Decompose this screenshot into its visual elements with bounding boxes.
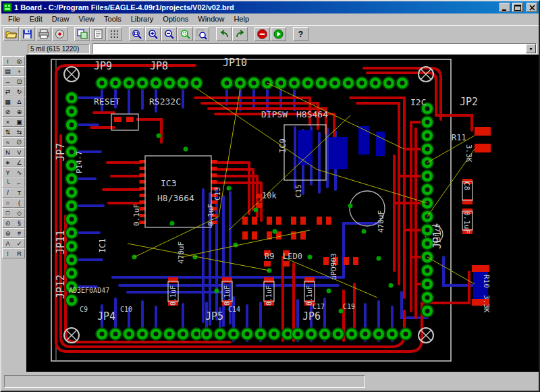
board-canvas[interactable]: JP9 JP8 JP10 RESET RS232C DIPSW H8S464 I…	[26, 55, 539, 372]
printer-icon	[38, 29, 49, 39]
tool-change-button[interactable]: Δ	[14, 96, 25, 107]
tool-hole-button[interactable]: ⊚	[2, 228, 14, 238]
tool-paste-button[interactable]: ⊕	[14, 107, 25, 117]
tool-move-button[interactable]: ↔	[2, 76, 14, 86]
tool-run-button[interactable]: R	[14, 248, 25, 258]
toolbar-separator	[210, 26, 216, 42]
tool-display-button[interactable]: ▤	[2, 66, 14, 76]
grid-button[interactable]	[107, 27, 122, 41]
menu-options[interactable]: Options	[158, 14, 193, 24]
toolbar-separator	[287, 26, 293, 42]
command-dropdown-arrow[interactable]: ▼	[526, 44, 536, 53]
script-button[interactable]	[90, 27, 106, 41]
tool-group-button[interactable]: ▦	[2, 96, 14, 107]
tool-optimize-button[interactable]: ∿	[14, 167, 25, 177]
tool-show-button[interactable]: ◎	[14, 56, 25, 66]
tool-mirror-button[interactable]: ⇄	[2, 86, 14, 96]
undo-icon	[219, 30, 230, 38]
command-input[interactable]	[94, 44, 525, 53]
help-button[interactable]: ?	[293, 27, 308, 41]
tool-cut-button[interactable]: ⊘	[2, 107, 14, 117]
print-button[interactable]	[36, 27, 51, 41]
silkscreen-label: 0.1uF	[207, 204, 215, 226]
close-icon	[529, 5, 535, 11]
save-button[interactable]	[20, 27, 35, 41]
tool-delete-button[interactable]: ×	[2, 117, 14, 127]
tool-copy-button[interactable]: ⊡	[14, 76, 25, 86]
tool-replace-button[interactable]: ≈	[2, 137, 14, 147]
zoom-select-button[interactable]	[194, 27, 209, 41]
tool-ripup-button[interactable]: ⌐	[14, 177, 25, 188]
tool-palette: i ◎ ▤ + ↔ ⊡ ⇄ ↻ ▦ Δ ⊘ ⊕ × ▣ ⇅ ⇆ ≈ ∅ N V …	[1, 55, 26, 372]
tool-rotate-button[interactable]: ↻	[14, 86, 25, 96]
silkscreen-label: C17	[313, 303, 325, 310]
tool-name-button[interactable]: N	[2, 147, 14, 157]
menu-file[interactable]: File	[3, 14, 25, 24]
menu-edit[interactable]: Edit	[25, 14, 47, 24]
title-bar[interactable]: 1 Board - C:/Program Files/EAGLE-4.09r1/…	[1, 1, 539, 13]
tool-wire-button[interactable]: /	[2, 188, 14, 198]
tool-lock-button[interactable]: ∅	[14, 137, 25, 147]
silkscreen-label: P14-7	[75, 151, 84, 173]
tool-ratsnest-button[interactable]: #	[14, 228, 25, 238]
minimize-button[interactable]	[500, 3, 510, 12]
close-button[interactable]	[526, 3, 537, 12]
silkscreen-label: 0.1uF	[462, 211, 471, 233]
tool-info-button[interactable]: i	[2, 56, 14, 66]
silkscreen-label: IC1	[98, 238, 107, 253]
cam-processor-button[interactable]	[52, 27, 68, 41]
tool-circle-button[interactable]: ○	[2, 198, 14, 208]
zoom-redraw-button[interactable]	[178, 27, 193, 41]
redo-button[interactable]	[232, 27, 248, 41]
go-button[interactable]	[271, 27, 286, 41]
tool-mark-button[interactable]: +	[14, 66, 25, 76]
tool-text-button[interactable]: T	[14, 188, 25, 198]
cam-icon	[55, 29, 65, 39]
silkscreen-label: RS232C	[149, 96, 181, 107]
tool-split-button[interactable]: Y	[2, 167, 14, 177]
tool-via-button[interactable]: ⊙	[2, 218, 14, 228]
tool-arc-button[interactable]: (	[14, 198, 25, 208]
tool-smash-button[interactable]: ∗	[2, 157, 14, 167]
silkscreen-label: C8	[462, 181, 471, 190]
tool-auto-button[interactable]: A	[2, 238, 14, 248]
tool-pinswap-button[interactable]: ⇅	[2, 127, 14, 137]
silkscreen-label: JP1	[431, 231, 443, 249]
tool-gateswap-button[interactable]: ⇆	[14, 127, 25, 137]
menu-library[interactable]: Library	[126, 14, 159, 24]
tool-value-button[interactable]: V	[14, 147, 25, 157]
silkscreen-label: C9	[80, 306, 88, 313]
silkscreen-label: JP8	[150, 60, 168, 72]
tool-drc-button[interactable]: ✓	[14, 238, 25, 248]
open-button[interactable]	[3, 27, 19, 41]
zoom-select-icon	[196, 29, 207, 40]
tool-add-button[interactable]: ▣	[14, 117, 25, 127]
board-schematic-button[interactable]	[74, 27, 90, 41]
menu-view[interactable]: View	[74, 14, 99, 24]
tool-route-button[interactable]: └	[2, 177, 14, 188]
tool-polygon-button[interactable]: ◇	[14, 208, 25, 218]
tool-rect-button[interactable]: □	[2, 208, 14, 218]
zoom-out-button[interactable]	[161, 27, 177, 41]
pad-row-bottom	[96, 328, 412, 340]
silkscreen-label: JP5	[205, 310, 223, 323]
silkscreen-label: 470uF	[377, 211, 385, 233]
menu-window[interactable]: Window	[193, 14, 229, 24]
zoom-in-button[interactable]	[145, 27, 161, 41]
tool-errors-button[interactable]: !	[2, 248, 14, 258]
menu-tools[interactable]: Tools	[99, 14, 126, 24]
zoom-fit-button[interactable]	[129, 27, 144, 41]
tool-miter-button[interactable]: ∠	[14, 157, 25, 167]
tool-signal-button[interactable]: §	[14, 218, 25, 228]
zoom-fit-icon	[132, 29, 142, 40]
maximize-button[interactable]	[512, 3, 523, 12]
menu-draw[interactable]: Draw	[47, 14, 74, 24]
menu-help[interactable]: Help	[229, 14, 254, 24]
stop-button[interactable]	[254, 27, 270, 41]
silkscreen-label: C14	[228, 306, 240, 313]
undo-button[interactable]	[216, 27, 232, 41]
open-folder-icon	[5, 29, 17, 39]
toolbar-separator	[123, 26, 129, 42]
eagle-window: 1 Board - C:/Program Files/EAGLE-4.09r1/…	[0, 0, 540, 392]
silkscreen-label: C19	[343, 303, 355, 310]
